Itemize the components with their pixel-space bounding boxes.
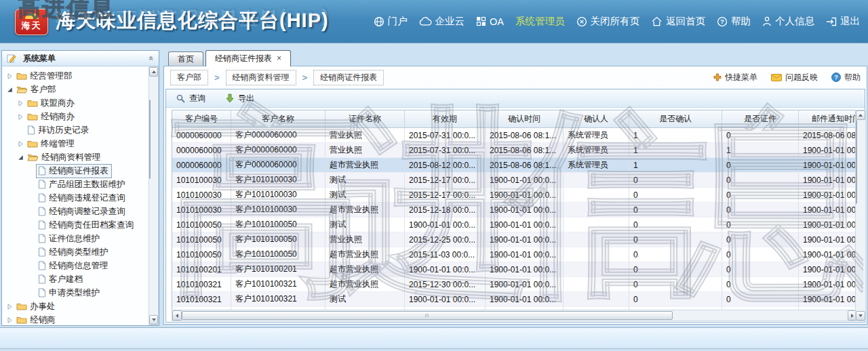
tree-node[interactable]: 证件信息维护 (36, 232, 103, 246)
tree-node[interactable]: 经销商调整记录查询 (36, 205, 129, 219)
sidebar-item[interactable]: 客户部 (2, 83, 149, 96)
h-scrollbar-thumb[interactable] (182, 311, 673, 320)
nav-personal-info[interactable]: 个人信息 (762, 15, 814, 28)
column-header[interactable]: 确认时间 (486, 110, 564, 128)
tree-node[interactable]: 经销商办 (25, 110, 78, 124)
breadcrumb-item[interactable]: 客户部 (170, 70, 208, 85)
v-scrollbar-thumb[interactable] (856, 120, 857, 204)
tree-node[interactable]: 经销商 (14, 313, 59, 326)
tree-node[interactable]: 产品组团主数据维护 (36, 178, 129, 192)
tree-node[interactable]: 经销商证件报表 (36, 164, 112, 178)
sidebar-item[interactable]: 经销商责任田档案查询 (2, 218, 149, 232)
sidebar-item[interactable]: 经销商资料管理 (2, 150, 149, 164)
tree-node[interactable]: 经销商资料管理 (25, 150, 104, 165)
tree-node[interactable]: 客户部 (14, 83, 60, 97)
sidebar-item[interactable]: 拜访历史记录 (2, 123, 149, 137)
sidebar-item[interactable]: 经销商证件报表 (2, 164, 149, 178)
table-row[interactable]: 1010100030客户1010100030测试2015-12-17 00:0.… (172, 188, 858, 203)
sidebar-item[interactable]: 经销商信息管理 (2, 259, 149, 272)
scroll-down-icon[interactable] (856, 311, 865, 321)
scrollbar-thumb[interactable] (149, 100, 151, 179)
table-h-scrollbar[interactable] (172, 310, 858, 321)
column-header[interactable]: 邮件通知时间 (799, 110, 859, 128)
sidebar-item[interactable]: 经销商违规登记查询 (2, 191, 149, 205)
tree-collapsed-icon[interactable] (16, 100, 25, 106)
tree-expanded-icon[interactable] (5, 87, 14, 93)
tree-node[interactable]: 联盟商办 (25, 96, 78, 110)
column-header[interactable]: 证件名称 (326, 110, 405, 128)
column-header[interactable]: 客户编号 (172, 110, 231, 128)
column-header[interactable]: 是否证件 (722, 110, 799, 128)
table-row[interactable]: 1010100321客户1010100321测试1900-01-01 00:0.… (172, 292, 858, 307)
nav-current-user[interactable]: 系统管理员 (515, 15, 565, 28)
sidebar-item[interactable]: 经销商办 (2, 110, 149, 123)
sidebar-item[interactable]: 产品组团主数据维护 (2, 178, 149, 191)
tree-node[interactable]: 终端管理 (25, 137, 78, 151)
column-header[interactable]: 是否确认 (629, 110, 722, 128)
table-row[interactable]: 1010100050客户1010100050营业执照2015-12-25 00:… (172, 232, 858, 247)
tree-node[interactable]: 经营管理部 (14, 69, 76, 83)
nav-help[interactable]: ?帮助 (717, 15, 751, 28)
tree-node[interactable]: 拜访历史记录 (25, 123, 92, 138)
tree-node[interactable]: 申请类型维护 (36, 286, 103, 300)
breadcrumb-item[interactable]: 经销商资料管理 (226, 70, 296, 85)
nav-oa[interactable]: OA (476, 16, 504, 27)
collapse-sidebar-icon[interactable] (149, 55, 154, 62)
tree-node[interactable]: 经销商违规登记查询 (36, 191, 129, 205)
column-header[interactable]: 有效期 (405, 110, 486, 128)
nav-portal[interactable]: 门户 (374, 15, 408, 28)
sidebar-item[interactable]: 联盟商办 (2, 96, 149, 110)
sidebar-item[interactable]: 办事处 (2, 300, 149, 313)
table-row[interactable]: 0000060000客户0000060000超市营业执照2015-08-12 0… (172, 158, 858, 173)
tree-collapsed-icon[interactable] (16, 114, 25, 120)
nav-enterprise-cloud-label: 企业云 (435, 15, 465, 28)
quick-menu-button[interactable]: 快捷菜单 (713, 72, 757, 83)
table-row[interactable]: 1010100201客户1010100201超市营业执照1900-01-01 0… (172, 262, 858, 277)
page-help-button[interactable]: ?帮助 (831, 72, 861, 83)
tree-node[interactable]: 经销商类型维护 (36, 245, 112, 260)
tree-node[interactable]: 经销商信息管理 (36, 259, 112, 273)
sidebar-item[interactable]: 经销商 (2, 313, 149, 325)
table-row[interactable]: 0000060000客户0000060000营业执照2015-07-31 00:… (172, 143, 858, 158)
feedback-button[interactable]: 问题反映 (771, 72, 818, 83)
breadcrumb-item[interactable]: 经销商证件报表 (313, 70, 384, 85)
sidebar-item[interactable]: 客户建档 (2, 272, 149, 286)
export-button[interactable]: 导出 (226, 93, 254, 104)
tab-1[interactable]: 经销商证件报表× (205, 50, 291, 66)
sidebar-scrollbar[interactable] (149, 66, 159, 325)
sidebar-item[interactable]: 申请类型维护 (2, 286, 149, 300)
tree-collapsed-icon[interactable] (5, 317, 14, 323)
tab-0[interactable]: 首页 (168, 51, 203, 66)
tree-collapsed-icon[interactable] (5, 73, 14, 79)
nav-logout[interactable]: 退出 (826, 15, 860, 28)
sidebar-item[interactable]: 证件信息维护 (2, 232, 149, 245)
table-row[interactable]: 1010100030客户1010100030测试2015-12-17 00:0.… (172, 173, 858, 188)
tree-collapsed-icon[interactable] (5, 304, 14, 310)
tree-expanded-icon[interactable] (16, 154, 25, 161)
column-header[interactable]: 确认人 (564, 110, 629, 128)
table-row[interactable]: 1010100050客户1010100050超市营业执照2015-11-03 0… (172, 247, 858, 262)
column-header[interactable]: 客户名称 (231, 110, 326, 128)
scroll-down-icon[interactable] (149, 315, 158, 325)
sidebar-item[interactable]: 经营管理部 (2, 69, 149, 83)
tree-node[interactable]: 经销商责任田档案查询 (36, 218, 137, 232)
table-row[interactable]: 1010100050客户1010100050测试1900-01-01 00:0.… (172, 218, 858, 232)
table-row[interactable]: 1010100321客户1010100321超市营业执照2015-12-30 0… (172, 277, 858, 292)
scroll-up-icon[interactable] (149, 67, 158, 77)
nav-enterprise-cloud[interactable]: 企业云 (419, 15, 465, 28)
sidebar-item[interactable]: 终端管理 (2, 137, 149, 150)
scroll-left-icon[interactable] (172, 310, 182, 321)
sidebar-item[interactable]: 经销商调整记录查询 (2, 205, 149, 218)
nav-close-all-pages[interactable]: 关闭所有页 (576, 15, 640, 28)
tab-close-icon[interactable]: × (277, 54, 281, 63)
query-button[interactable]: 查询 (176, 93, 205, 104)
scroll-up-icon[interactable] (856, 110, 865, 120)
tree-node[interactable]: 客户建档 (36, 272, 86, 287)
tree-node[interactable]: 办事处 (14, 300, 59, 314)
sidebar-item[interactable]: 经销商类型维护 (2, 245, 149, 259)
nav-back-home[interactable]: 返回首页 (651, 15, 705, 28)
table-row[interactable]: 0000060000客户0000060000营业执照2015-07-31 00:… (172, 128, 858, 143)
table-row[interactable]: 1010100030客户1010100030超市营业执照2015-12-18 0… (172, 203, 858, 218)
tree-collapsed-icon[interactable] (16, 141, 25, 147)
table-v-scrollbar[interactable] (855, 110, 866, 321)
